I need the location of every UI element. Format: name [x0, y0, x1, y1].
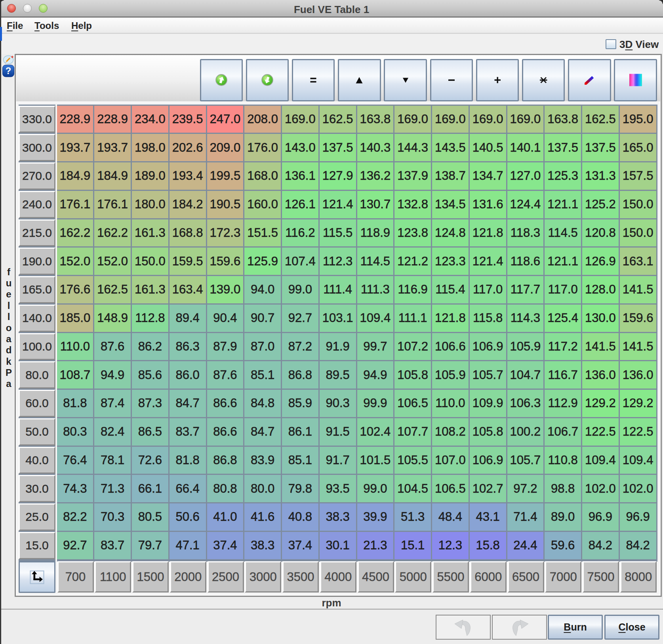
- svg-text:?: ?: [6, 65, 11, 76]
